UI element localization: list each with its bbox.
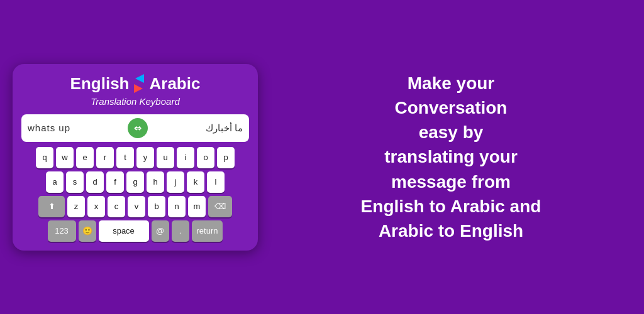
backspace-key[interactable]: ⌫: [208, 196, 232, 217]
keyboard-subtitle: Translation Keyboard: [21, 96, 249, 107]
key-h[interactable]: h: [147, 171, 164, 193]
title-row: English Arabic: [21, 74, 249, 94]
key-space[interactable]: space: [99, 220, 149, 242]
shift-key[interactable]: ⬆: [38, 196, 65, 217]
arrow-right-icon: [134, 84, 143, 93]
key-period[interactable]: .: [172, 220, 189, 242]
promo-line3: easy by: [419, 122, 484, 142]
key-x[interactable]: x: [87, 196, 105, 217]
keyboard-header: English Arabic Translation Keyboard: [21, 74, 249, 107]
key-v[interactable]: v: [128, 196, 145, 217]
promo-line7: Arabic to English: [379, 221, 523, 241]
input-text-english: whats up: [28, 122, 70, 133]
promo-line4: translating your: [384, 147, 518, 166]
key-u[interactable]: u: [157, 147, 174, 168]
key-y[interactable]: y: [136, 147, 154, 168]
key-b[interactable]: b: [148, 196, 165, 217]
input-text-arabic: ما أخبارك: [206, 122, 243, 134]
translate-button[interactable]: ⇔: [128, 118, 148, 138]
key-l[interactable]: l: [207, 171, 225, 193]
arrows-icon: [134, 74, 144, 93]
keyboard-rows: q w e r t y u i o p a s d f g h j k: [21, 147, 249, 242]
key-a[interactable]: a: [46, 171, 64, 193]
key-n[interactable]: n: [168, 196, 186, 217]
promo-line5: message from: [391, 172, 511, 192]
key-return[interactable]: return: [192, 220, 223, 242]
key-z[interactable]: z: [67, 196, 85, 217]
key-row-1: q w e r t y u i o p: [21, 147, 249, 168]
key-s[interactable]: s: [66, 171, 84, 193]
promo-line6: English to Arabic and: [361, 197, 541, 216]
key-r[interactable]: r: [96, 147, 114, 168]
key-e[interactable]: e: [76, 147, 94, 168]
key-g[interactable]: g: [126, 171, 144, 193]
arrow-left-icon: [135, 74, 144, 83]
key-row-2: a s d f g h j k l: [21, 171, 249, 193]
language-english: English: [70, 74, 130, 94]
key-w[interactable]: w: [56, 147, 74, 168]
promo-text: Make your Conversation easy by translati…: [361, 71, 541, 243]
keyboard-card: English Arabic Translation Keyboard what…: [13, 64, 258, 251]
key-t[interactable]: t: [116, 147, 134, 168]
key-p[interactable]: p: [217, 147, 235, 168]
key-row-4: 123 🙂 space @ . return: [21, 220, 249, 242]
key-f[interactable]: f: [106, 171, 124, 193]
key-c[interactable]: c: [108, 196, 125, 217]
key-row-3: ⬆ z x c v b n m ⌫: [21, 196, 249, 217]
input-row[interactable]: whats up ⇔ ما أخبارك: [21, 114, 249, 142]
language-arabic: Arabic: [149, 74, 200, 94]
key-k[interactable]: k: [187, 171, 204, 193]
key-emoji[interactable]: 🙂: [79, 220, 96, 242]
key-q[interactable]: q: [36, 147, 53, 168]
left-panel: English Arabic Translation Keyboard what…: [0, 0, 270, 314]
key-at[interactable]: @: [152, 220, 169, 242]
key-m[interactable]: m: [188, 196, 206, 217]
promo-line2: Conversation: [395, 98, 508, 117]
key-123[interactable]: 123: [48, 220, 76, 242]
key-i[interactable]: i: [177, 147, 194, 168]
key-d[interactable]: d: [86, 171, 104, 193]
key-j[interactable]: j: [167, 171, 184, 193]
right-panel: Make your Conversation easy by translati…: [270, 0, 644, 314]
key-o[interactable]: o: [197, 147, 214, 168]
promo-line1: Make your: [408, 73, 495, 93]
